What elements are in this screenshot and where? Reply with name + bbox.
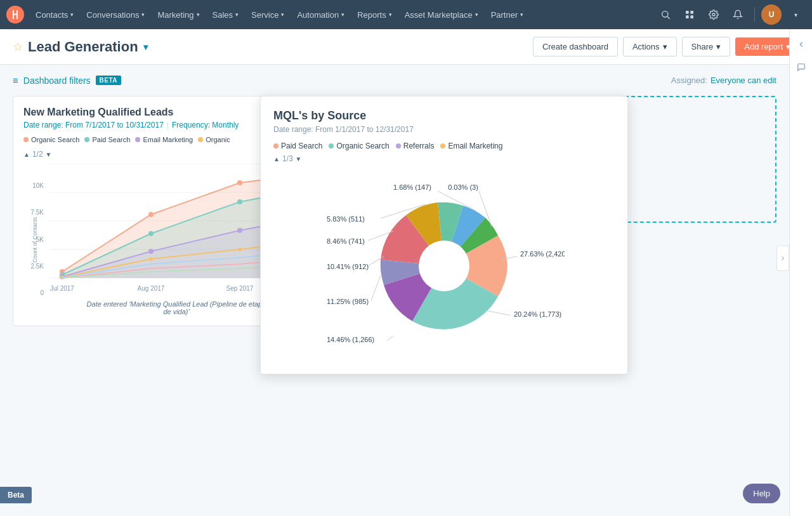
mql-pg-down-icon[interactable]: ▼ xyxy=(296,155,302,162)
nav-item-reports[interactable]: Reports ▾ xyxy=(351,0,398,29)
main-content: ≡ Dashboard filters BETA Assigned: Every… xyxy=(0,65,812,516)
mql-popup-title: MQL's by Source xyxy=(273,109,615,122)
svg-text:Sep 2017: Sep 2017 xyxy=(226,285,254,292)
collapse-right-panel-icon[interactable] xyxy=(792,36,810,53)
pie-chart-container: 27.63% (2,420) 20.24% (1,773) 14.46% (1,… xyxy=(273,171,615,361)
y-axis-label: Count of Contacts xyxy=(32,216,38,262)
svg-rect-6 xyxy=(690,15,693,18)
actions-dropdown-icon: ▾ xyxy=(663,42,667,51)
svg-line-32 xyxy=(485,310,511,315)
header-bar: ☆ Lead Generation ▾ Create dashboard Act… xyxy=(0,29,812,65)
assigned-value[interactable]: Everyone can edit xyxy=(710,76,776,85)
svg-point-21 xyxy=(237,228,242,233)
svg-rect-3 xyxy=(686,11,689,14)
hubspot-logo[interactable] xyxy=(6,6,24,23)
y-axis: 0 2.5K 5K 7.5K 10K Count of Contacts xyxy=(23,164,46,315)
svg-text:0.03% (3): 0.03% (3) xyxy=(448,183,478,191)
svg-point-1 xyxy=(662,11,668,17)
svg-line-36 xyxy=(371,275,381,301)
user-avatar[interactable]: U xyxy=(761,4,782,25)
nav-item-conversations[interactable]: Conversations ▾ xyxy=(80,0,151,29)
nav-right-icons: U ▾ xyxy=(655,4,806,25)
expand-panel-icon[interactable] xyxy=(776,246,789,271)
mql-pg-up-icon[interactable]: ▲ xyxy=(273,155,280,162)
page-title: Lead Generation ▾ xyxy=(28,39,148,55)
svg-text:1.68% (147): 1.68% (147) xyxy=(393,183,431,191)
nav-item-partner[interactable]: Partner ▾ xyxy=(485,0,530,29)
legend-item-organic-search: Organic Search xyxy=(23,136,79,143)
svg-point-15 xyxy=(237,180,242,185)
beta-floating-button[interactable]: Beta xyxy=(0,487,32,503)
mql-legend-referrals: Referrals xyxy=(396,142,435,150)
nav-item-service[interactable]: Service ▾ xyxy=(245,0,291,29)
filter-icon: ≡ xyxy=(13,75,18,86)
user-menu-arrow[interactable]: ▾ xyxy=(785,4,806,25)
chat-bubble-icon[interactable] xyxy=(792,58,810,76)
svg-point-18 xyxy=(237,199,242,204)
svg-text:11.25% (985): 11.25% (985) xyxy=(327,298,369,305)
svg-point-20 xyxy=(148,249,154,254)
svg-text:8.46% (741): 8.46% (741) xyxy=(327,237,365,245)
legend-item-email-marketing: Email Marketing xyxy=(135,136,193,143)
dashboard-filters-row: ≡ Dashboard filters BETA Assigned: Every… xyxy=(13,75,776,86)
pie-chart-svg: 27.63% (2,420) 20.24% (1,773) 14.46% (1,… xyxy=(324,177,565,355)
svg-rect-4 xyxy=(690,11,693,14)
share-button[interactable]: Share ▾ xyxy=(682,37,731,56)
svg-text:Jul 2017: Jul 2017 xyxy=(50,285,74,292)
legend-item-organic: Organic xyxy=(198,136,230,143)
settings-icon[interactable] xyxy=(704,4,724,25)
pagination-up-icon[interactable]: ▲ xyxy=(23,151,30,158)
assigned-section: Assigned: Everyone can edit xyxy=(671,76,776,85)
top-navigation: Contacts ▾ Conversations ▾ Marketing ▾ S… xyxy=(0,0,812,29)
bell-icon[interactable] xyxy=(728,4,748,25)
svg-text:5.83% (511): 5.83% (511) xyxy=(327,215,365,223)
svg-line-2 xyxy=(667,17,670,19)
svg-point-17 xyxy=(148,231,154,236)
favorite-star-icon[interactable]: ☆ xyxy=(13,40,23,54)
pagination-down-icon[interactable]: ▼ xyxy=(46,151,52,158)
actions-button[interactable]: Actions ▾ xyxy=(623,37,677,56)
create-dashboard-button[interactable]: Create dashboard xyxy=(533,37,618,56)
mql-popup: MQL's by Source Date range: From 1/1/201… xyxy=(260,96,628,374)
mql-legend-email-marketing: Email Marketing xyxy=(440,142,502,150)
svg-text:27.63% (2,420): 27.63% (2,420) xyxy=(520,250,565,258)
svg-rect-5 xyxy=(686,15,689,18)
right-panel xyxy=(789,29,812,516)
header-actions: Create dashboard Actions ▾ Share ▾ Add r… xyxy=(533,37,799,56)
share-dropdown-icon: ▾ xyxy=(716,42,721,51)
mql-popup-pagination: ▲ 1/3 ▼ xyxy=(273,154,615,163)
svg-point-14 xyxy=(148,212,154,217)
mql-popup-date: Date range: From 1/1/2017 to 12/31/2017 xyxy=(273,125,615,134)
nav-divider xyxy=(754,7,755,22)
svg-text:20.24% (1,773): 20.24% (1,773) xyxy=(514,310,561,318)
grid-icon[interactable] xyxy=(679,4,700,25)
svg-line-34 xyxy=(387,336,393,341)
svg-point-24 xyxy=(238,248,242,251)
svg-point-7 xyxy=(712,13,715,16)
mql-legend-paid-search: Paid Search xyxy=(273,142,322,150)
search-icon[interactable] xyxy=(655,4,676,25)
svg-text:14.46% (1,266): 14.46% (1,266) xyxy=(327,336,374,343)
svg-point-23 xyxy=(149,257,153,261)
help-floating-button[interactable]: Help xyxy=(743,484,780,503)
svg-point-28 xyxy=(419,241,469,291)
mql-legend-organic-search: Organic Search xyxy=(329,142,389,150)
nav-item-asset-marketplace[interactable]: Asset Marketplace ▾ xyxy=(398,0,485,29)
cards-area: New Marketing Qualified Leads Date range… xyxy=(13,96,776,326)
svg-text:Aug 2017: Aug 2017 xyxy=(138,285,165,292)
dashboard-filters-label[interactable]: Dashboard filters xyxy=(23,76,91,86)
nav-item-automation[interactable]: Automation ▾ xyxy=(291,0,351,29)
nav-items: Contacts ▾ Conversations ▾ Marketing ▾ S… xyxy=(29,0,655,29)
dashed-card-3 xyxy=(625,97,775,222)
nav-item-contacts[interactable]: Contacts ▾ xyxy=(29,0,80,29)
legend-item-paid-search: Paid Search xyxy=(84,136,130,143)
beta-badge: BETA xyxy=(96,76,121,85)
nav-item-marketing[interactable]: Marketing ▾ xyxy=(151,0,206,29)
title-dropdown-arrow[interactable]: ▾ xyxy=(143,42,148,52)
svg-text:10.41% (912): 10.41% (912) xyxy=(327,263,369,270)
nav-item-sales[interactable]: Sales ▾ xyxy=(206,0,246,29)
mql-popup-legend: Paid Search Organic Search Referrals Ema… xyxy=(273,142,615,150)
